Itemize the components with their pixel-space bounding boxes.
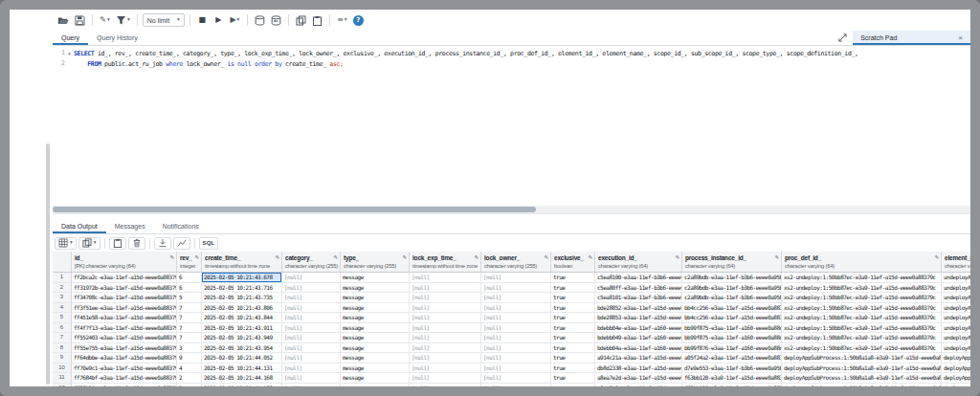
cell[interactable]: deployAppSubProcess:1:50b8a1a8-e3a9-11ef… xyxy=(782,353,942,363)
cell[interactable]: db8d2338-e3aa-11ef-a15d-eeee0a88379c xyxy=(595,363,682,374)
tab-query-history[interactable]: Query History xyxy=(88,31,146,45)
rollback-button[interactable] xyxy=(269,12,283,28)
tab-scratch-pad[interactable]: Scratch Pad × xyxy=(853,31,970,45)
cell[interactable]: 3 xyxy=(177,343,202,354)
cell[interactable]: 2025-02-05 10:21:43.844 xyxy=(202,313,282,323)
cell[interactable]: ff64dbbe-e3aa-11ef-a15d-eeee0a88379c xyxy=(72,353,177,363)
cell[interactable]: true xyxy=(551,333,595,343)
cell[interactable]: true xyxy=(551,273,595,283)
cell[interactable]: ff7684bf-e3aa-11ef-a15d-eeee0a88379c xyxy=(72,373,177,384)
execute-button[interactable]: ▶ xyxy=(212,12,226,28)
edit-column-icon[interactable]: ✎ xyxy=(169,255,174,261)
cell[interactable]: f63bb120-e3a9-11ef-a15d-eeee0a88379c xyxy=(682,384,782,387)
cell[interactable]: c5ea80ff-e3aa-11ef-b3b6-eeee0a95b97b xyxy=(595,283,682,294)
scrollbar-thumb[interactable] xyxy=(53,207,536,212)
cell[interactable]: ff70e9c1-e3aa-11ef-a15d-eeee0a88379c xyxy=(72,363,177,374)
paste-rows-button[interactable] xyxy=(109,237,126,250)
cell[interactable]: [null] xyxy=(282,293,341,303)
cell[interactable]: d7e9e553-e3aa-11ef-b3b6-eeee0a95b97b xyxy=(682,363,782,374)
limit-select[interactable]: No limit ▾ xyxy=(143,13,185,27)
paste-button[interactable] xyxy=(310,12,324,28)
cell[interactable]: 2025-02-05 10:21:44.168 xyxy=(202,373,282,384)
cell[interactable]: [null] xyxy=(481,293,551,303)
cell[interactable]: undeployApp xyxy=(942,293,970,303)
cell[interactable]: a8ea7e2e-e3aa-11ef-a15d-eeee0a88379c xyxy=(595,384,682,387)
row-number[interactable]: 8 xyxy=(53,343,72,354)
cell[interactable]: 2025-02-05 10:21:43.949 xyxy=(202,333,282,343)
row-number[interactable]: 1 xyxy=(53,273,72,283)
cell[interactable]: [null] xyxy=(282,323,341,334)
tab-data-output[interactable]: Data Output xyxy=(53,218,106,233)
cell[interactable]: true xyxy=(551,293,595,303)
column-header-category[interactable]: category_✎character varying (255) xyxy=(282,252,341,272)
cell[interactable]: xs2-undeploy:1:50bb87ec-e3a9-11ef-a15d-e… xyxy=(782,313,942,323)
cell[interactable]: message xyxy=(341,343,410,354)
cell[interactable]: 7 xyxy=(177,303,202,314)
save-results-button[interactable] xyxy=(154,237,171,250)
cell[interactable]: ff4f7f13-e3aa-11ef-a15d-eeee0a88379c xyxy=(72,323,177,334)
cell[interactable]: a05f24a2-e3aa-11ef-a15d-eeee0a88379c xyxy=(682,353,782,363)
edit-column-icon[interactable]: ✎ xyxy=(588,255,592,261)
delete-rows-button[interactable] xyxy=(128,237,145,250)
row-number[interactable]: 3 xyxy=(53,293,72,303)
cell[interactable]: [null] xyxy=(410,293,481,303)
cell[interactable]: undeployApp xyxy=(942,333,970,343)
edit-column-icon[interactable]: ✎ xyxy=(194,255,199,261)
cell[interactable]: 7 xyxy=(177,313,202,323)
cell[interactable]: xs2-undeploy:1:50bb87ec-e3a9-11ef-a15d-e… xyxy=(782,303,942,314)
cell[interactable]: deployAppS xyxy=(942,363,970,374)
cell[interactable]: [null] xyxy=(481,333,551,343)
cell[interactable]: [null] xyxy=(481,273,551,283)
column-header-rev[interactable]: rev_✎integer xyxy=(177,252,202,272)
cell[interactable]: ff86b21a-e3aa-11ef-a15d-eeee0a88379c xyxy=(72,384,177,387)
cell[interactable]: message xyxy=(341,273,410,283)
cell[interactable]: bdebb04a-e3aa-11ef-a160-eeee0a88d5a1 xyxy=(595,343,682,354)
cell[interactable]: c2a89bdb-e3aa-11ef-b3b6-eeee0a95b97b xyxy=(682,293,782,303)
cell[interactable]: ff2bca2c-e3aa-11ef-a15d-eeee0a88379c xyxy=(72,273,177,283)
cell[interactable]: bb4cc256-e3aa-11ef-a15d-eeee0a88379c xyxy=(682,313,782,323)
cell[interactable]: 9 xyxy=(177,353,202,363)
tab-messages[interactable]: Messages xyxy=(106,218,154,233)
cell[interactable]: true xyxy=(551,313,595,323)
cell[interactable]: [null] xyxy=(282,303,341,314)
cell[interactable]: [null] xyxy=(282,363,341,374)
cell[interactable]: 4 xyxy=(177,363,202,374)
cell[interactable]: true xyxy=(551,363,595,374)
cell[interactable]: 2025-02-05 10:21:43.678 xyxy=(202,273,282,283)
close-icon[interactable]: × xyxy=(958,33,963,42)
cell[interactable]: [null] xyxy=(282,313,341,323)
cell[interactable]: 5 xyxy=(177,293,202,303)
cell[interactable]: [null] xyxy=(410,384,481,387)
cell[interactable]: 2 xyxy=(177,373,202,384)
column-header-create_time[interactable]: create_time_✎timestamp without time zone xyxy=(202,252,282,272)
column-header-element_id[interactable]: element_id_✎character varying (64) xyxy=(942,252,970,272)
copy-button[interactable] xyxy=(294,12,308,28)
cell[interactable]: 2025-02-05 10:21:44.188 xyxy=(202,384,282,387)
expand-panel-button[interactable] xyxy=(833,31,853,45)
cell[interactable]: [null] xyxy=(410,373,481,384)
sql-editor[interactable]: 1▾SELECT id_, rev_, create_time_, catego… xyxy=(53,46,970,206)
column-header-exclusive[interactable]: exclusive_✎boolean xyxy=(551,252,595,272)
column-header-id[interactable]: id_✎[PK] character varying (64) xyxy=(72,252,177,272)
cell[interactable]: xs2-undeploy:1:50bb87ec-e3a9-11ef-a15d-e… xyxy=(782,273,942,283)
cell[interactable]: ff34708c-e3aa-11ef-a15d-eeee0a88379c xyxy=(72,293,177,303)
cell[interactable]: true xyxy=(551,353,595,363)
cell[interactable]: bb99f876-e3aa-11ef-a160-eeee0a88d5a1 xyxy=(682,343,782,354)
row-number[interactable]: 10 xyxy=(53,363,72,374)
cell[interactable]: xs2-undeploy:1:50bb87ec-e3a9-11ef-a15d-e… xyxy=(782,283,942,294)
cell[interactable]: 6 xyxy=(177,283,202,294)
cell[interactable]: bdebb04e-e3aa-11ef-a160-eeee0a88d5a1 xyxy=(595,323,682,334)
cell[interactable]: [null] xyxy=(282,283,341,294)
cell[interactable]: message xyxy=(341,384,410,387)
cell[interactable]: [null] xyxy=(410,273,481,283)
cell[interactable]: 2025-02-05 10:21:43.806 xyxy=(202,303,282,314)
cell[interactable]: true xyxy=(551,384,595,387)
cell[interactable]: message xyxy=(341,283,410,294)
cell[interactable]: a8ea7e2d-e3aa-11ef-a15d-eeee0a88379c xyxy=(595,373,682,384)
cell[interactable]: xs2-undeploy:1:50bb87ec-e3a9-11ef-a15d-e… xyxy=(782,343,942,354)
cell[interactable]: message xyxy=(341,363,410,374)
cell[interactable]: message xyxy=(341,333,410,343)
cell[interactable]: [null] xyxy=(282,333,341,343)
cell[interactable]: 2025-02-05 10:21:43.716 xyxy=(202,283,282,294)
cell[interactable]: undeployApp xyxy=(942,323,970,334)
